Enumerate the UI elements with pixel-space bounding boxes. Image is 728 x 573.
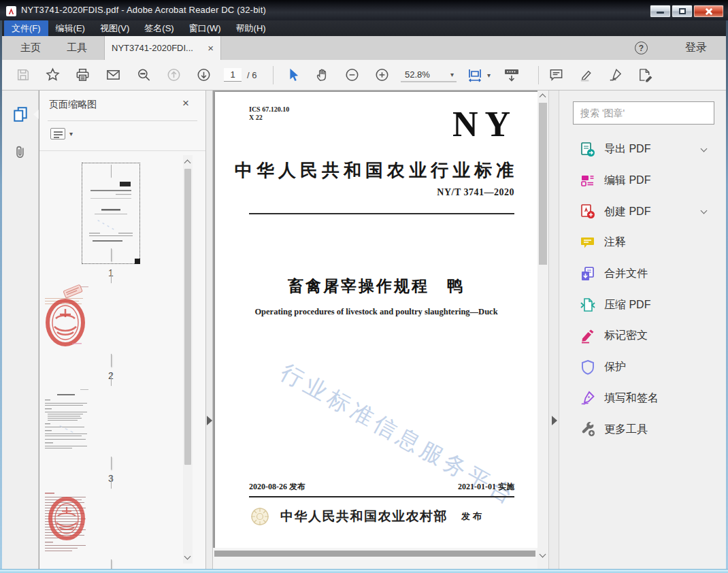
fill-sign-tool-button[interactable] <box>608 67 623 83</box>
scroll-up-icon[interactable] <box>540 94 546 101</box>
chevron-down-icon[interactable] <box>701 208 708 214</box>
document-horizontal-scrollbar[interactable] <box>213 548 537 569</box>
tools-search-input[interactable] <box>573 101 714 125</box>
zoom-level-dropdown[interactable]: 52.8% ▾ <box>401 68 457 82</box>
sign-in-button[interactable]: 登录 <box>685 41 707 55</box>
thumbnail-page-1[interactable]: 1 <box>39 163 182 278</box>
favorites-star-button[interactable] <box>45 67 61 83</box>
menu-view[interactable]: 视图(V) <box>93 20 137 37</box>
help-button[interactable]: ? <box>635 42 648 54</box>
zoom-out-button[interactable] <box>344 67 360 83</box>
tool-label: 保护 <box>604 360 626 374</box>
publisher-name: 中华人民共和国农业农村部 <box>280 508 448 525</box>
menu-help[interactable]: 帮助(H) <box>229 20 274 37</box>
page-display-button[interactable] <box>503 67 520 83</box>
fit-width-button[interactable]: ▾ <box>467 67 491 83</box>
tab-tools[interactable]: 工具 <box>59 36 95 60</box>
page-thumbnails-panel-icon[interactable] <box>12 105 29 123</box>
highlight-tool-button[interactable] <box>578 67 594 83</box>
comment-tool-button[interactable] <box>548 67 564 83</box>
scrollbar-thumb[interactable] <box>184 169 191 465</box>
tool-label: 编辑 PDF <box>604 174 650 188</box>
page-number-input[interactable] <box>224 68 242 82</box>
panel-close-icon[interactable]: × <box>182 97 189 109</box>
menu-file[interactable]: 文件(F) <box>4 20 48 37</box>
right-panel-divider[interactable] <box>548 91 559 569</box>
app-body: 页面缩略图 × ▾ 1 2 <box>2 91 726 569</box>
print-button[interactable] <box>75 67 90 83</box>
previous-page-button[interactable] <box>166 67 182 83</box>
ministry-emblem <box>249 506 271 527</box>
hand-tool-button[interactable] <box>314 67 330 83</box>
thumbnail-options-button[interactable]: ▾ <box>50 128 73 140</box>
zoom-level-value: 52.8% <box>405 69 430 80</box>
thumbnails-scrollbar[interactable] <box>183 155 193 563</box>
window-title: NYT3741-2020FDIS.pdf - Adobe Acrobat Rea… <box>21 5 266 15</box>
next-page-button[interactable] <box>196 67 212 83</box>
tool-more-tools[interactable]: 更多工具 <box>559 414 727 445</box>
tool-edit-pdf[interactable]: 编辑 PDF <box>559 165 727 197</box>
tab-close-icon[interactable]: × <box>208 43 214 53</box>
collapse-left-panel-icon[interactable] <box>207 416 212 425</box>
zoom-in-button[interactable] <box>374 67 390 83</box>
thumbnail-page-3[interactable]: 3 <box>39 374 182 484</box>
thumbnail-page-4[interactable]: 4 <box>39 476 182 573</box>
tab-document[interactable]: NYT3741-2020FDI... × <box>104 36 221 60</box>
menu-window[interactable]: 窗口(W) <box>182 20 229 37</box>
issue-date: 2020-08-26 发布 <box>249 481 305 493</box>
chevron-down-icon: ▾ <box>450 71 454 78</box>
collapse-right-panel-icon[interactable] <box>552 416 557 425</box>
document-title-english: Operating procedures of livestock and po… <box>215 307 537 317</box>
email-button[interactable] <box>105 67 121 83</box>
edit-pdf-icon <box>580 173 596 189</box>
pdf-page: ICS 67.120.10 X 22 NY 中华人民共和国农业行业标准 NY/T… <box>215 92 537 548</box>
select-tool-button[interactable] <box>286 67 301 82</box>
help-icon: ? <box>635 42 648 54</box>
search-icon[interactable] <box>136 67 152 83</box>
divider <box>39 150 205 151</box>
left-panel-divider[interactable] <box>206 91 213 569</box>
implement-date: 2021-01-01 实施 <box>458 481 514 493</box>
left-nav-strip <box>2 91 39 569</box>
page-total-label: / 6 <box>247 70 257 80</box>
document-area[interactable]: ICS 67.120.10 X 22 NY 中华人民共和国农业行业标准 NY/T… <box>213 91 548 569</box>
more-edit-tools-button[interactable] <box>637 67 652 83</box>
scroll-down-icon[interactable] <box>540 551 546 558</box>
attachments-paperclip-icon[interactable] <box>12 144 29 161</box>
redact-icon <box>580 328 596 344</box>
tool-create-pdf[interactable]: 创建 PDF <box>559 196 727 227</box>
compress-pdf-icon <box>580 297 596 313</box>
window-border-left <box>0 20 2 569</box>
restore-button[interactable] <box>672 5 693 18</box>
standard-number: NY/T 3741—2020 <box>437 187 514 198</box>
scrollbar-thumb[interactable] <box>214 551 535 557</box>
tool-combine-files[interactable]: 合并文件 <box>559 259 727 290</box>
scroll-down-icon[interactable] <box>184 553 191 560</box>
document-title: 畜禽屠宰操作规程 鸭 <box>215 276 537 297</box>
tool-redact[interactable]: 标记密文 <box>559 321 727 352</box>
close-button[interactable] <box>693 5 724 18</box>
document-vertical-scrollbar[interactable] <box>537 91 548 569</box>
chevron-down-icon: ▾ <box>487 71 491 79</box>
tool-export-pdf[interactable]: 导出 PDF <box>559 134 727 165</box>
tool-compress-pdf[interactable]: 压缩 PDF <box>559 289 727 321</box>
scrollbar-thumb[interactable] <box>539 103 547 265</box>
chevron-down-icon[interactable] <box>701 145 708 152</box>
publish-label: 发布 <box>461 510 484 523</box>
tool-fill-sign[interactable]: 填写和签名 <box>559 383 727 414</box>
save-button[interactable] <box>16 67 31 82</box>
thumbnail-page-2[interactable]: 2 <box>39 271 182 381</box>
tools-list: 导出 PDF 编辑 PDF 创建 PDF 注释 <box>559 134 727 445</box>
fill-sign-icon <box>580 390 596 406</box>
tool-label: 导出 PDF <box>604 142 650 157</box>
scroll-up-icon[interactable] <box>184 160 191 167</box>
tool-comment[interactable]: 注释 <box>559 227 727 259</box>
thumbnail-image <box>39 270 182 367</box>
minimize-button[interactable] <box>650 5 671 18</box>
tab-home[interactable]: 主页 <box>12 36 49 60</box>
menu-edit[interactable]: 编辑(E) <box>48 20 93 37</box>
menu-sign[interactable]: 签名(S) <box>137 20 181 37</box>
tool-protect[interactable]: 保护 <box>559 352 727 383</box>
toolbar-divider <box>273 66 274 84</box>
thumbnail-image <box>39 476 182 572</box>
